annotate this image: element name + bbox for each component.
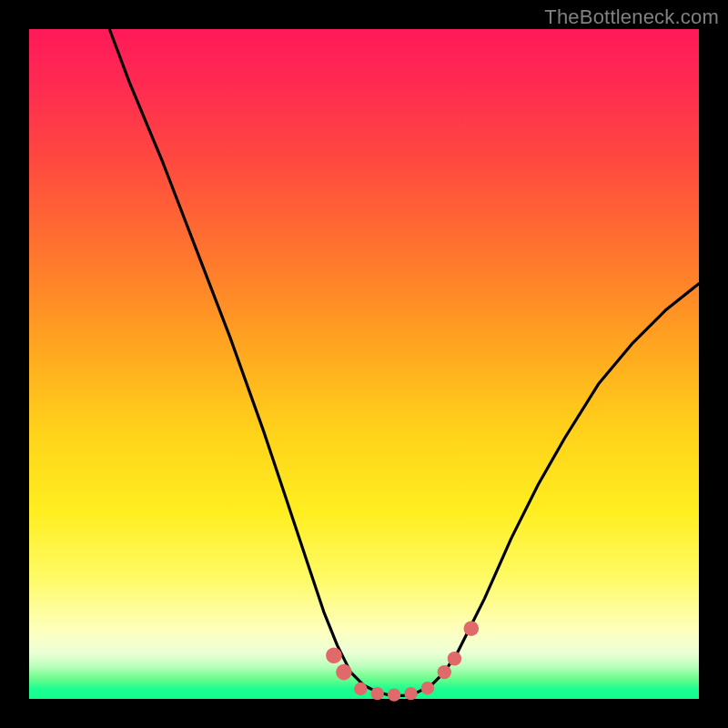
data-marker bbox=[336, 664, 352, 681]
data-marker bbox=[388, 688, 400, 701]
data-marker bbox=[354, 682, 367, 695]
curve-svg bbox=[29, 29, 699, 699]
data-marker bbox=[404, 687, 417, 700]
data-marker bbox=[421, 682, 434, 694]
data-marker bbox=[464, 621, 480, 636]
chart-frame: TheBottleneck.com bbox=[0, 0, 728, 728]
data-marker bbox=[438, 665, 451, 679]
bottleneck-curve bbox=[109, 29, 699, 695]
data-marker bbox=[448, 652, 461, 665]
watermark-text: TheBottleneck.com bbox=[544, 5, 719, 29]
plot-area bbox=[29, 29, 699, 699]
data-marker bbox=[326, 647, 342, 663]
marker-group bbox=[326, 621, 479, 701]
data-marker bbox=[371, 687, 384, 700]
